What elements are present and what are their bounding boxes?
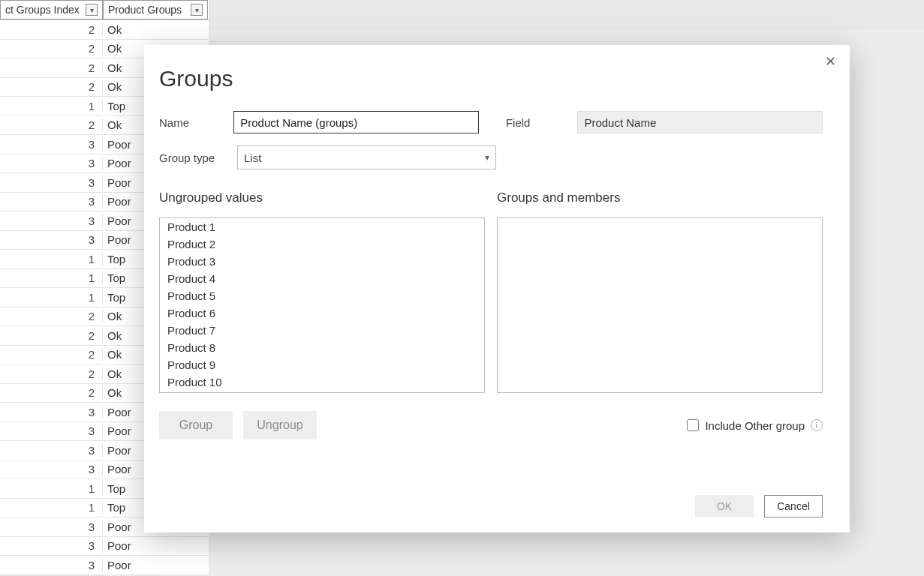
groups-title: Groups and members — [497, 190, 823, 206]
cell-index: 2 — [0, 23, 103, 36]
group-button[interactable]: Group — [159, 411, 233, 440]
table-row[interactable]: 3Poor — [0, 556, 209, 575]
cell-index: 3 — [0, 195, 103, 208]
cell-index: 2 — [0, 118, 103, 131]
grouptype-selected: List — [244, 152, 261, 164]
table-header-row: ct Groups Index ▾ Product Groups ▾ — [0, 0, 209, 20]
column-header-label: Product Groups — [108, 4, 182, 16]
close-icon[interactable]: ✕ — [821, 52, 839, 70]
list-item[interactable]: Product 10 — [160, 374, 484, 391]
cell-index: 3 — [0, 406, 103, 418]
cell-index: 2 — [0, 310, 103, 322]
cell-index: 3 — [0, 138, 103, 151]
cell-index: 1 — [0, 482, 103, 495]
cell-index: 3 — [0, 444, 103, 457]
cancel-button[interactable]: Cancel — [764, 495, 823, 518]
cell-index: 3 — [0, 539, 103, 552]
cell-index: 3 — [0, 214, 103, 227]
field-label: Field — [506, 116, 563, 129]
cell-index: 3 — [0, 424, 103, 437]
field-value-display: Product Name — [577, 111, 823, 134]
dropdown-icon[interactable]: ▾ — [191, 4, 203, 16]
name-input[interactable] — [233, 111, 479, 134]
cell-group: Poor — [103, 559, 208, 572]
cell-index: 2 — [0, 62, 103, 74]
list-item[interactable]: Product 9 — [160, 356, 484, 374]
ok-button[interactable]: OK — [695, 495, 754, 518]
cell-index: 2 — [0, 348, 103, 361]
cell-index: 2 — [0, 329, 103, 342]
cell-index: 3 — [0, 233, 103, 246]
column-header-groups[interactable]: Product Groups ▾ — [103, 0, 208, 20]
ungroup-button[interactable]: Ungroup — [243, 411, 317, 440]
cell-index: 1 — [0, 501, 103, 514]
include-other-label: Include Other group — [705, 419, 805, 432]
groups-listbox[interactable] — [497, 218, 823, 393]
cell-index: 2 — [0, 42, 103, 55]
cell-index: 3 — [0, 559, 103, 572]
list-item[interactable]: Product 7 — [160, 322, 484, 339]
table-row[interactable]: 2Ok — [0, 20, 209, 40]
ungrouped-title: Ungrouped values — [159, 190, 485, 206]
ungrouped-listbox[interactable]: Product 1Product 2Product 3Product 4Prod… — [159, 218, 485, 393]
list-item[interactable]: Product 8 — [160, 339, 484, 356]
grouptype-label: Group type — [159, 152, 222, 164]
info-icon[interactable]: i — [811, 419, 823, 431]
cell-index: 1 — [0, 253, 103, 266]
list-item[interactable]: Product 2 — [160, 236, 484, 253]
chevron-down-icon: ▾ — [485, 152, 489, 163]
cell-index: 3 — [0, 463, 103, 476]
dropdown-icon[interactable]: ▾ — [86, 4, 98, 16]
cell-index: 1 — [0, 272, 103, 284]
field-value-text: Product Name — [584, 116, 656, 129]
list-item[interactable]: Product 1 — [160, 218, 484, 236]
cell-index: 1 — [0, 100, 103, 112]
table-row[interactable]: 3Poor — [0, 537, 209, 556]
grouptype-select[interactable]: List ▾ — [237, 146, 496, 170]
cell-group: Ok — [103, 23, 208, 36]
cell-index: 3 — [0, 176, 103, 189]
name-label: Name — [159, 116, 218, 129]
column-header-index[interactable]: ct Groups Index ▾ — [0, 0, 103, 20]
list-item[interactable]: Product 6 — [160, 304, 484, 322]
cell-group: Poor — [103, 539, 208, 552]
cell-index: 2 — [0, 368, 103, 380]
cell-index: 2 — [0, 386, 103, 399]
cell-index: 3 — [0, 520, 103, 533]
cell-index: 3 — [0, 157, 103, 170]
list-item[interactable]: Product 4 — [160, 270, 484, 287]
dialog-title: Groups — [159, 66, 823, 92]
cell-index: 2 — [0, 80, 103, 93]
list-item[interactable]: Product 5 — [160, 287, 484, 304]
include-other-checkbox[interactable] — [687, 419, 699, 431]
list-item[interactable]: Product 3 — [160, 253, 484, 270]
cell-index: 1 — [0, 291, 103, 304]
groups-dialog: ✕ Groups Name Field Product Name Group t… — [144, 45, 850, 532]
column-header-label: ct Groups Index — [5, 4, 80, 16]
